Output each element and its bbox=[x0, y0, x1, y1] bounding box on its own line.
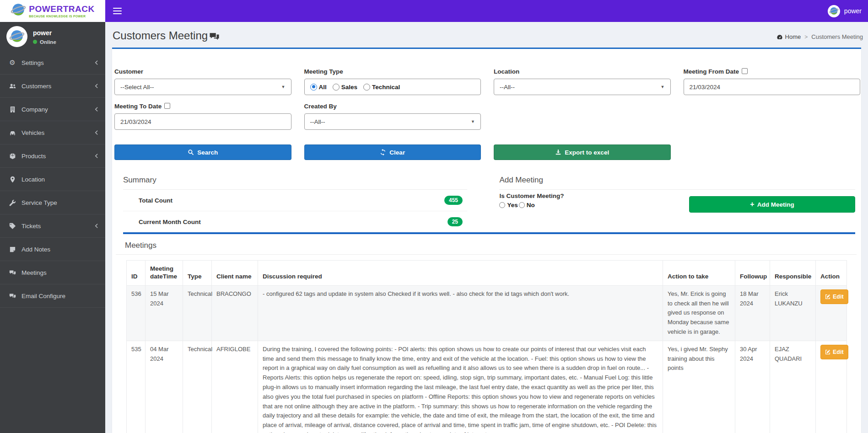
from-date-checkbox[interactable] bbox=[742, 68, 748, 74]
meeting-type-all-radio[interactable]: All bbox=[310, 84, 327, 91]
chevron-left-icon bbox=[94, 223, 98, 229]
comments-icon bbox=[209, 32, 220, 42]
location-field: Location --All-- ▼ bbox=[494, 68, 671, 95]
brand-text: POWERTRACK BECAUSE KNOWLEDGE IS POWER bbox=[29, 5, 94, 18]
download-icon bbox=[555, 149, 561, 155]
location-select[interactable]: --All-- ▼ bbox=[494, 79, 671, 95]
sidebar-item-label: Email Configure bbox=[22, 293, 65, 299]
col-header-datetime: Meeting dateTime bbox=[146, 261, 183, 286]
car-icon bbox=[8, 129, 16, 136]
location-select-value: --All-- bbox=[500, 84, 515, 91]
breadcrumb-home-link[interactable]: Home bbox=[776, 33, 801, 40]
sidebar-item-tickets[interactable]: Tickets bbox=[0, 214, 105, 238]
created-by-select-value: --All-- bbox=[310, 118, 325, 125]
chevron-left-icon bbox=[94, 60, 98, 65]
created-by-field: Created By --All-- ▼ bbox=[304, 103, 481, 130]
is-customer-meeting-radiogroup: Yes No bbox=[499, 202, 564, 208]
sidebar-item-products[interactable]: Products bbox=[0, 144, 105, 168]
meeting-type-technical-radio[interactable]: Technical bbox=[363, 84, 400, 91]
meeting-type-label: Meeting Type bbox=[304, 68, 481, 75]
content-header: Customers Meeting Home > Customers Meeti… bbox=[105, 22, 868, 43]
sidebar-item-label: Tickets bbox=[22, 223, 41, 230]
sidebar-item-vehicles[interactable]: Vehicles bbox=[0, 121, 105, 144]
meeting-type-sales-radio[interactable]: Sales bbox=[333, 84, 357, 91]
meetings-table: ID Meeting dateTime Type Client name Dis… bbox=[126, 260, 847, 433]
sidebar-item-label: Add Notes bbox=[22, 246, 50, 253]
radio-unchecked-icon bbox=[519, 202, 525, 208]
summary-section: Summary Total Count 455 Current Month Co… bbox=[123, 176, 467, 232]
topbar-user-menu[interactable]: power bbox=[828, 5, 862, 17]
sidebar-item-email-configure[interactable]: Email Configure bbox=[0, 284, 105, 308]
cell-followup: 18 Mar 2024 bbox=[735, 285, 770, 341]
main-panel: Customer --Select All-- ▼ Meeting Type A… bbox=[112, 48, 861, 433]
add-meeting-heading: Add Meeting bbox=[499, 176, 855, 190]
to-date-checkbox[interactable] bbox=[164, 103, 170, 109]
sidebar-item-label: Settings bbox=[22, 59, 44, 66]
cell-responsible: Erick LUKANZU bbox=[770, 285, 816, 341]
meetings-separator bbox=[116, 254, 857, 255]
cell-action-to-take: Yes, i gived Mr. Stephy training about t… bbox=[663, 341, 735, 433]
topbar: power bbox=[105, 0, 868, 22]
gear-icon: ⚙ bbox=[8, 59, 16, 67]
summary-month-row: Current Month Count 25 bbox=[123, 211, 467, 232]
table-row: 536 15 Mar 2024 Technical BRACONGO - con… bbox=[127, 285, 847, 341]
col-header-discussion: Discussion required bbox=[258, 261, 663, 286]
no-radio[interactable]: No bbox=[519, 202, 535, 208]
sidebar-item-settings[interactable]: ⚙ Settings bbox=[0, 51, 105, 75]
sidebar-item-label: Products bbox=[22, 153, 46, 160]
brand-name: POWERTRACK bbox=[29, 4, 94, 14]
customer-select[interactable]: --Select All-- ▼ bbox=[114, 79, 291, 95]
sidebar-item-company[interactable]: Company bbox=[0, 98, 105, 121]
add-meeting-button[interactable]: + Add Meeting bbox=[689, 196, 855, 213]
content-area: Customers Meeting Home > Customers Meeti… bbox=[105, 22, 868, 433]
search-icon bbox=[188, 149, 194, 155]
breadcrumb: Home > Customers Meeting bbox=[776, 33, 863, 40]
clear-button[interactable]: Clear bbox=[304, 144, 481, 160]
tag-icon bbox=[8, 223, 16, 230]
cell-action: Edit bbox=[816, 285, 847, 341]
meeting-from-date-input[interactable] bbox=[684, 79, 861, 95]
search-button[interactable]: Search bbox=[114, 144, 291, 160]
sidebar-item-service-type[interactable]: Service Type bbox=[0, 191, 105, 214]
chevron-left-icon bbox=[94, 130, 98, 135]
summary-total-row: Total Count 455 bbox=[123, 190, 467, 211]
radio-unchecked-icon bbox=[363, 84, 370, 91]
edit-button[interactable]: Edit bbox=[820, 345, 848, 359]
sidebar-item-label: Meetings bbox=[22, 269, 47, 276]
col-header-action: Action bbox=[816, 261, 847, 286]
col-header-followup: Followup bbox=[735, 261, 770, 286]
breadcrumb-current: Customers Meeting bbox=[811, 33, 863, 40]
table-header-row: ID Meeting dateTime Type Client name Dis… bbox=[127, 261, 847, 286]
to-date-field: Meeting To Date bbox=[114, 103, 291, 130]
sidebar-item-meetings[interactable]: Meetings bbox=[0, 261, 105, 284]
meeting-type-radiogroup: All Sales Technical bbox=[304, 79, 481, 95]
export-to-excel-button[interactable]: Export to excel bbox=[494, 144, 671, 160]
user-status-label: Online bbox=[40, 39, 56, 45]
cell-action-to-take: Yes, Mr. Erick is going to check all the… bbox=[663, 285, 735, 341]
sidebar-item-customers[interactable]: Customers bbox=[0, 75, 105, 98]
col-header-action-to-take: Action to take bbox=[663, 261, 735, 286]
cell-discussion: - configured 62 tags and update in syste… bbox=[258, 285, 663, 341]
chevron-left-icon bbox=[94, 153, 98, 159]
created-by-select[interactable]: --All-- ▼ bbox=[304, 113, 481, 130]
cell-client: AFRIGLOBE bbox=[212, 341, 258, 433]
created-by-label: Created By bbox=[304, 103, 481, 110]
customer-field: Customer --Select All-- ▼ bbox=[114, 68, 291, 95]
sidebar-item-location[interactable]: Location bbox=[0, 168, 105, 191]
summary-month-label: Current Month Count bbox=[139, 219, 201, 225]
cell-id: 536 bbox=[127, 285, 146, 341]
meeting-to-date-input[interactable] bbox=[114, 113, 291, 130]
radio-unchecked-icon bbox=[333, 84, 340, 91]
sidebar-item-add-notes[interactable]: Add Notes bbox=[0, 238, 105, 261]
from-date-field: Meeting From Date bbox=[684, 68, 861, 95]
dashboard-icon bbox=[776, 34, 783, 40]
refresh-icon bbox=[380, 149, 386, 155]
sidebar-toggle-button[interactable] bbox=[113, 6, 122, 16]
edit-button[interactable]: Edit bbox=[820, 289, 848, 304]
add-meeting-body: Is Customer Meeting? Yes No bbox=[499, 192, 855, 213]
brand-logo[interactable]: POWERTRACK BECAUSE KNOWLEDGE IS POWER bbox=[0, 0, 105, 22]
wrench-icon bbox=[8, 199, 16, 206]
yes-radio[interactable]: Yes bbox=[499, 202, 518, 208]
sidebar-menu: ⚙ Settings Customers Company Vehicles bbox=[0, 51, 105, 308]
caret-down-icon: ▼ bbox=[471, 119, 475, 124]
